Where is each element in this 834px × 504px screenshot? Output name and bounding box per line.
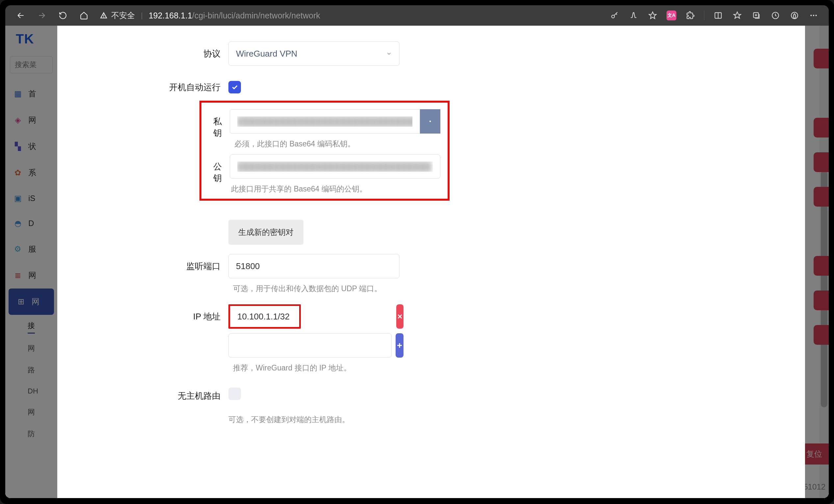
back-button[interactable] — [15, 10, 26, 21]
autostart-checkbox[interactable] — [228, 81, 241, 93]
public-key-input[interactable] — [230, 154, 440, 179]
protocol-label: 协议 — [57, 42, 228, 60]
ip-addr-hint: 推荐，WireGuard 接口的 IP 地址。 — [228, 358, 439, 374]
svg-point-6 — [815, 15, 816, 16]
no-host-route-hint: 可选，不要创建到对端的主机路由。 — [228, 409, 439, 426]
protocol-select[interactable]: WireGuard VPN — [228, 42, 399, 66]
private-key-input[interactable] — [230, 109, 420, 134]
extensions-icon[interactable] — [685, 10, 696, 21]
public-key-hint: 此接口用于共享的 Base64 编码的公钥。 — [230, 179, 440, 196]
forward-button[interactable] — [36, 10, 47, 21]
listen-port-label: 监听端口 — [57, 254, 228, 272]
listen-port-input[interactable] — [228, 254, 399, 278]
svg-point-5 — [813, 15, 814, 16]
read-aloud-icon[interactable] — [628, 10, 639, 21]
private-key-hint: 必须，此接口的 Base64 编码私钥。 — [230, 134, 440, 150]
url-path: /cgi-bin/luci/admin/network/network — [192, 11, 320, 20]
url-bar[interactable]: 192.168.1.1/cgi-bin/luci/admin/network/n… — [149, 11, 320, 20]
protocol-value: WireGuard VPN — [236, 49, 297, 59]
refresh-button[interactable] — [57, 10, 68, 21]
url-separator: | — [141, 11, 143, 20]
autostart-label: 开机自动运行 — [57, 75, 228, 93]
add-ip-button[interactable] — [396, 333, 403, 358]
modal: 协议 WireGuard VPN 开机自动运行 私钥 — [57, 26, 805, 498]
generate-keypair-button[interactable]: 生成新的密钥对 — [228, 220, 304, 245]
menu-icon[interactable] — [808, 10, 819, 21]
star-icon[interactable] — [648, 10, 658, 21]
favorites-icon[interactable] — [732, 10, 743, 21]
no-host-route-label: 无主机路由 — [57, 384, 228, 402]
svg-point-0 — [612, 15, 614, 18]
history-icon[interactable] — [770, 10, 781, 21]
key-icon[interactable] — [609, 10, 620, 21]
security-label: 不安全 — [111, 10, 135, 21]
chevron-down-icon — [386, 49, 392, 59]
remove-ip-button[interactable] — [396, 304, 403, 329]
security-badge[interactable]: 不安全 — [100, 10, 135, 21]
translate-badge[interactable]: 文A — [666, 10, 676, 20]
split-screen-icon[interactable] — [713, 10, 723, 21]
listen-port-hint: 可选，用于传出和传入数据包的 UDP 端口。 — [228, 278, 439, 295]
home-button[interactable] — [78, 10, 89, 21]
svg-point-4 — [810, 15, 812, 16]
private-key-label: 私钥 — [208, 109, 230, 139]
public-key-label: 公钥 — [208, 154, 230, 184]
no-host-route-checkbox[interactable] — [228, 388, 241, 400]
private-key-reveal-button[interactable]: • — [420, 109, 440, 134]
url-host: 192.168.1.1 — [149, 11, 192, 20]
performance-icon[interactable] — [789, 10, 800, 21]
ip-addr-input[interactable] — [228, 304, 301, 329]
ip-addr-new-input[interactable] — [228, 333, 392, 358]
ip-addr-label: IP 地址 — [57, 304, 228, 322]
collections-icon[interactable] — [751, 10, 762, 21]
